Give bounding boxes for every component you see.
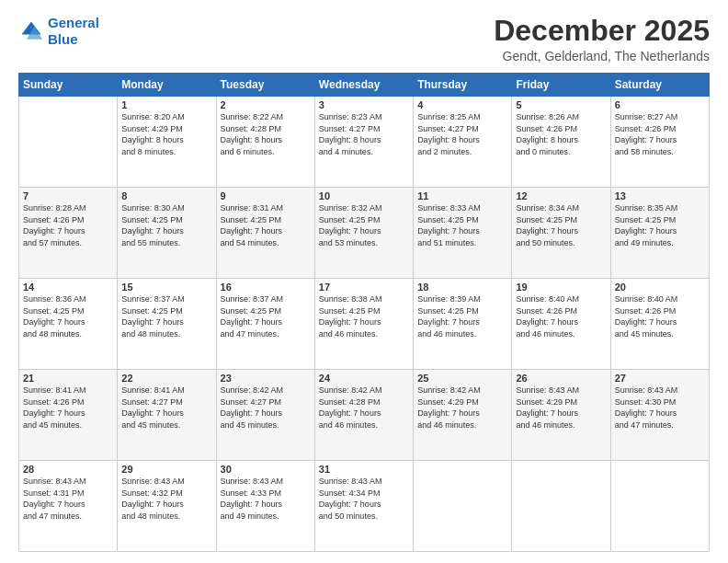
main-title: December 2025 [494, 15, 710, 47]
calendar-cell: 21Sunrise: 8:41 AM Sunset: 4:26 PM Dayli… [19, 370, 118, 461]
weekday-header: Monday [118, 74, 216, 97]
day-number: 21 [23, 373, 113, 384]
day-number: 4 [417, 99, 507, 110]
day-number: 16 [221, 282, 311, 293]
day-number: 20 [615, 282, 705, 293]
day-info: Sunrise: 8:28 AM Sunset: 4:26 PM Dayligh… [23, 202, 113, 248]
day-info: Sunrise: 8:43 AM Sunset: 4:31 PM Dayligh… [23, 476, 113, 522]
calendar-cell: 30Sunrise: 8:43 AM Sunset: 4:33 PM Dayli… [216, 461, 314, 552]
calendar-cell: 1Sunrise: 8:20 AM Sunset: 4:29 PM Daylig… [118, 97, 216, 188]
day-number: 7 [23, 190, 113, 201]
day-info: Sunrise: 8:23 AM Sunset: 4:27 PM Dayligh… [319, 111, 409, 157]
day-number: 3 [319, 99, 409, 110]
day-info: Sunrise: 8:20 AM Sunset: 4:29 PM Dayligh… [121, 111, 211, 157]
day-info: Sunrise: 8:43 AM Sunset: 4:33 PM Dayligh… [221, 476, 311, 522]
calendar-cell: 10Sunrise: 8:32 AM Sunset: 4:25 PM Dayli… [314, 188, 413, 279]
weekday-header: Thursday [414, 74, 512, 97]
day-info: Sunrise: 8:37 AM Sunset: 4:25 PM Dayligh… [121, 293, 211, 339]
calendar-cell: 7Sunrise: 8:28 AM Sunset: 4:26 PM Daylig… [19, 188, 118, 279]
calendar-cell: 14Sunrise: 8:36 AM Sunset: 4:25 PM Dayli… [19, 279, 118, 370]
day-info: Sunrise: 8:36 AM Sunset: 4:25 PM Dayligh… [23, 293, 113, 339]
calendar-cell: 11Sunrise: 8:33 AM Sunset: 4:25 PM Dayli… [414, 188, 512, 279]
day-number: 5 [516, 99, 606, 110]
calendar-cell: 24Sunrise: 8:42 AM Sunset: 4:28 PM Dayli… [314, 370, 413, 461]
day-number: 12 [516, 190, 606, 201]
header: General Blue December 2025 Gendt, Gelder… [18, 15, 710, 63]
calendar-cell: 15Sunrise: 8:37 AM Sunset: 4:25 PM Dayli… [118, 279, 216, 370]
calendar-header-row: SundayMondayTuesdayWednesdayThursdayFrid… [19, 74, 710, 97]
day-info: Sunrise: 8:41 AM Sunset: 4:26 PM Dayligh… [23, 385, 113, 431]
day-number: 17 [319, 282, 409, 293]
day-info: Sunrise: 8:40 AM Sunset: 4:26 PM Dayligh… [516, 293, 606, 339]
day-info: Sunrise: 8:34 AM Sunset: 4:25 PM Dayligh… [516, 202, 606, 248]
calendar-cell: 26Sunrise: 8:43 AM Sunset: 4:29 PM Dayli… [512, 370, 610, 461]
weekday-header: Saturday [610, 74, 709, 97]
day-info: Sunrise: 8:39 AM Sunset: 4:25 PM Dayligh… [417, 293, 507, 339]
day-number: 29 [121, 464, 211, 475]
calendar-cell: 2Sunrise: 8:22 AM Sunset: 4:28 PM Daylig… [216, 97, 314, 188]
day-number: 25 [417, 373, 507, 384]
calendar-cell: 18Sunrise: 8:39 AM Sunset: 4:25 PM Dayli… [414, 279, 512, 370]
weekday-header: Sunday [19, 74, 118, 97]
calendar-week-row: 14Sunrise: 8:36 AM Sunset: 4:25 PM Dayli… [19, 279, 710, 370]
calendar-cell: 28Sunrise: 8:43 AM Sunset: 4:31 PM Dayli… [19, 461, 118, 552]
day-number: 10 [319, 190, 409, 201]
day-info: Sunrise: 8:43 AM Sunset: 4:29 PM Dayligh… [516, 385, 606, 431]
day-info: Sunrise: 8:32 AM Sunset: 4:25 PM Dayligh… [319, 202, 409, 248]
day-info: Sunrise: 8:43 AM Sunset: 4:32 PM Dayligh… [121, 476, 211, 522]
calendar-cell: 12Sunrise: 8:34 AM Sunset: 4:25 PM Dayli… [512, 188, 610, 279]
calendar-cell [414, 461, 512, 552]
calendar-cell: 13Sunrise: 8:35 AM Sunset: 4:25 PM Dayli… [610, 188, 709, 279]
day-info: Sunrise: 8:22 AM Sunset: 4:28 PM Dayligh… [221, 111, 311, 157]
calendar-cell: 5Sunrise: 8:26 AM Sunset: 4:26 PM Daylig… [512, 97, 610, 188]
day-info: Sunrise: 8:43 AM Sunset: 4:30 PM Dayligh… [615, 385, 705, 431]
day-number: 1 [121, 99, 211, 110]
day-number: 24 [319, 373, 409, 384]
calendar-cell: 23Sunrise: 8:42 AM Sunset: 4:27 PM Dayli… [216, 370, 314, 461]
calendar-cell: 27Sunrise: 8:43 AM Sunset: 4:30 PM Dayli… [610, 370, 709, 461]
weekday-header: Friday [512, 74, 610, 97]
day-info: Sunrise: 8:35 AM Sunset: 4:25 PM Dayligh… [615, 202, 705, 248]
day-number: 18 [417, 282, 507, 293]
day-info: Sunrise: 8:43 AM Sunset: 4:34 PM Dayligh… [319, 476, 409, 522]
day-number: 19 [516, 282, 606, 293]
day-number: 13 [615, 190, 705, 201]
day-info: Sunrise: 8:31 AM Sunset: 4:25 PM Dayligh… [221, 202, 311, 248]
day-info: Sunrise: 8:41 AM Sunset: 4:27 PM Dayligh… [121, 385, 211, 431]
calendar-cell [610, 461, 709, 552]
weekday-header: Wednesday [314, 74, 413, 97]
day-number: 27 [615, 373, 705, 384]
calendar-week-row: 1Sunrise: 8:20 AM Sunset: 4:29 PM Daylig… [19, 97, 710, 188]
calendar-cell: 22Sunrise: 8:41 AM Sunset: 4:27 PM Dayli… [118, 370, 216, 461]
day-number: 15 [121, 282, 211, 293]
day-number: 8 [121, 190, 211, 201]
day-info: Sunrise: 8:25 AM Sunset: 4:27 PM Dayligh… [417, 111, 507, 157]
day-info: Sunrise: 8:27 AM Sunset: 4:26 PM Dayligh… [615, 111, 705, 157]
day-number: 11 [417, 190, 507, 201]
calendar-cell: 8Sunrise: 8:30 AM Sunset: 4:25 PM Daylig… [118, 188, 216, 279]
title-block: December 2025 Gendt, Gelderland, The Net… [494, 15, 710, 63]
day-info: Sunrise: 8:42 AM Sunset: 4:27 PM Dayligh… [221, 385, 311, 431]
calendar-cell: 29Sunrise: 8:43 AM Sunset: 4:32 PM Dayli… [118, 461, 216, 552]
calendar-cell: 3Sunrise: 8:23 AM Sunset: 4:27 PM Daylig… [314, 97, 413, 188]
logo: General Blue [18, 15, 99, 48]
subtitle: Gendt, Gelderland, The Netherlands [494, 49, 710, 63]
day-info: Sunrise: 8:37 AM Sunset: 4:25 PM Dayligh… [221, 293, 311, 339]
calendar-week-row: 21Sunrise: 8:41 AM Sunset: 4:26 PM Dayli… [19, 370, 710, 461]
day-number: 6 [615, 99, 705, 110]
day-info: Sunrise: 8:40 AM Sunset: 4:26 PM Dayligh… [615, 293, 705, 339]
day-info: Sunrise: 8:26 AM Sunset: 4:26 PM Dayligh… [516, 111, 606, 157]
day-number: 30 [221, 464, 311, 475]
day-number: 23 [221, 373, 311, 384]
day-number: 9 [221, 190, 311, 201]
day-number: 26 [516, 373, 606, 384]
day-number: 28 [23, 464, 113, 475]
calendar-cell [512, 461, 610, 552]
calendar-cell: 31Sunrise: 8:43 AM Sunset: 4:34 PM Dayli… [314, 461, 413, 552]
calendar-cell: 19Sunrise: 8:40 AM Sunset: 4:26 PM Dayli… [512, 279, 610, 370]
calendar-week-row: 28Sunrise: 8:43 AM Sunset: 4:31 PM Dayli… [19, 461, 710, 552]
calendar-cell [19, 97, 118, 188]
weekday-header: Tuesday [216, 74, 314, 97]
calendar-table: SundayMondayTuesdayWednesdayThursdayFrid… [18, 73, 710, 552]
day-number: 14 [23, 282, 113, 293]
